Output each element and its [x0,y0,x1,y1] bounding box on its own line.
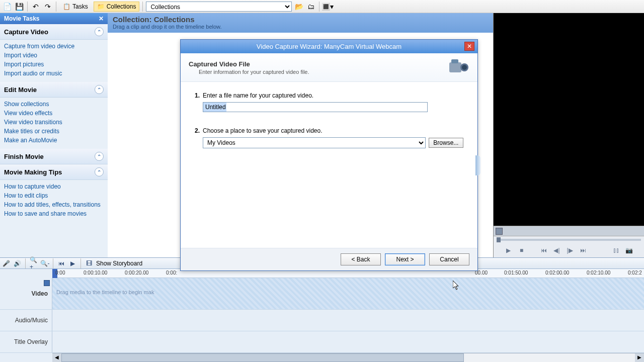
zoom-in-icon[interactable]: 🔍+ [30,259,38,267]
next-button[interactable]: Next > [385,253,425,265]
split-icon[interactable]: ⫿⫿ [612,246,620,254]
ruler-mark: 0:02:10.00 [587,270,610,276]
camcorder-icon [447,58,469,76]
zoom-out-icon[interactable]: 🔍- [41,259,49,267]
link-import-pictures[interactable]: Import pictures [4,60,104,69]
scroll-right-icon[interactable]: ▶ [635,353,644,362]
chevron-up-icon[interactable]: ⌃ [95,85,104,94]
expand-track-icon[interactable] [44,280,50,286]
collections-button[interactable]: 📁 Collections [94,2,140,12]
section-title: Movie Making Tips [4,168,62,176]
ruler-mark: 0:02:00.00 [545,270,569,276]
back-button[interactable]: < Back [341,253,381,265]
tasks-sidebar: Movie Tasks ✕ Capture Video ⌃ Capture fr… [0,13,108,257]
timeline-scrollbar[interactable]: ◀ ▶ [52,353,644,362]
svg-point-2 [462,65,467,70]
ruler-mark: 0:00: [166,270,177,276]
main-toolbar: 📄 💾 ↶ ↷ 📋 Tasks 📁 Collections Collection… [0,0,644,13]
section-finish-movie[interactable]: Finish Movie ⌃ [0,149,108,164]
separator [319,2,319,12]
step-back-icon[interactable]: ◀| [553,246,561,254]
video-track-hint: Drag media to the timeline to begin mak [56,289,154,295]
new-folder-icon[interactable]: 🗂 [306,2,316,12]
next-icon[interactable]: ⏭ [579,246,587,254]
step1-label: Enter a file name for your captured vide… [203,92,313,99]
collections-icon: 📁 [97,3,105,10]
section-title: Finish Movie [4,153,44,160]
separator [80,258,81,268]
undo-icon[interactable]: ↶ [31,2,41,12]
show-storyboard-button[interactable]: Show Storyboard [96,260,142,267]
audio-track-label: Audio/Music [0,310,52,331]
ruler-mark: 0:00:20.00 [125,270,148,276]
dialog-step-title: Captured Video File [189,60,309,68]
stop-icon[interactable]: ■ [518,246,526,254]
tasks-icon: 📋 [63,3,70,10]
save-icon[interactable]: 💾 [14,2,24,12]
play-timeline-icon[interactable]: ▶ [68,259,76,267]
audio-track[interactable] [52,310,644,331]
step2-label: Choose a place to save your captured vid… [203,127,322,134]
storyboard-icon: 🎞 [85,259,93,267]
title-track[interactable] [52,331,644,352]
link-automovie[interactable]: Make an AutoMovie [4,136,104,145]
new-icon[interactable]: 📄 [2,2,12,12]
preview-thumb-strip [494,226,644,236]
collections-label: Collections [107,3,136,10]
section-capture-video[interactable]: Capture Video ⌃ [0,24,108,40]
link-video-transitions[interactable]: View video transitions [4,118,104,127]
folder-up-icon[interactable]: 📂 [294,2,304,12]
section-title: Edit Movie [4,86,37,94]
dialog-titlebar[interactable]: Video Capture Wizard: ManyCam Virtual We… [181,40,477,53]
snapshot-icon[interactable]: 📷 [625,246,633,254]
ruler-mark: 0:00:10.00 [84,270,107,276]
svg-rect-3 [451,59,458,63]
section-tips[interactable]: Movie Making Tips ⌃ [0,164,108,180]
video-track[interactable]: Drag media to the timeline to begin mak [52,278,644,309]
chevron-up-icon[interactable]: ⌃ [95,152,104,161]
dialog-title: Video Capture Wizard: ManyCam Virtual We… [257,43,401,50]
link-titles-credits[interactable]: Make titles or credits [4,127,104,136]
link-capture-device[interactable]: Capture from video device [4,42,104,51]
link-import-video[interactable]: Import video [4,51,104,60]
link-show-collections[interactable]: Show collections [4,100,104,109]
save-location-dropdown[interactable]: My Videos [203,137,426,148]
chevron-up-icon[interactable]: ⌃ [95,167,104,176]
collections-dropdown[interactable]: Collections [146,2,292,12]
step-fwd-icon[interactable]: |▶ [566,246,574,254]
timeline-panel: 🎤 🔊 🔍+ 🔍- ⏮ ▶ 🎞 Show Storyboard 0:00 0:0… [0,257,644,362]
link-how-edit[interactable]: How to edit clips [4,191,104,200]
step-number: 1. [195,92,200,99]
link-import-audio[interactable]: Import audio or music [4,69,104,78]
link-how-save[interactable]: How to save and share movies [4,209,104,218]
close-icon[interactable]: ✕ [99,15,104,22]
play-icon[interactable]: ▶ [505,246,513,254]
video-track-label: Video [0,278,52,309]
seek-slider[interactable] [494,236,644,243]
audio-levels-icon[interactable]: 🔊 [13,259,21,267]
separator [27,2,28,12]
cancel-button[interactable]: Cancel [429,253,469,265]
separator [56,2,56,12]
dialog-step-subtitle: Enter information for your captured vide… [199,69,309,75]
redo-icon[interactable]: ↷ [43,2,53,12]
title-track-label: Title Overlay [0,331,52,352]
view-icon[interactable]: 🔳▾ [323,2,333,12]
tasks-button[interactable]: 📋 Tasks [59,2,92,12]
close-icon[interactable]: ✕ [464,42,474,51]
link-how-capture[interactable]: How to capture video [4,182,104,191]
sidebar-header: Movie Tasks ✕ [0,13,108,24]
filename-input[interactable] [203,102,428,112]
scroll-left-icon[interactable]: ◀ [52,353,61,362]
browse-button[interactable]: Browse... [429,138,463,148]
ruler-mark: 0:00 [55,270,65,276]
prev-icon[interactable]: ⏮ [540,246,548,254]
link-how-titles[interactable]: How to add titles, effects, transitions [4,200,104,209]
section-edit-movie[interactable]: Edit Movie ⌃ [0,82,108,98]
rewind-icon[interactable]: ⏮ [57,259,65,267]
narrate-icon[interactable]: 🎤 [2,259,10,267]
chevron-up-icon[interactable]: ⌃ [95,27,104,36]
preview-pane: ▶ ■ ⏮ ◀| |▶ ⏭ ⫿⫿ 📷 [493,13,644,257]
dialog-collapse-handle[interactable] [475,155,480,175]
link-video-effects[interactable]: View video effects [4,109,104,118]
